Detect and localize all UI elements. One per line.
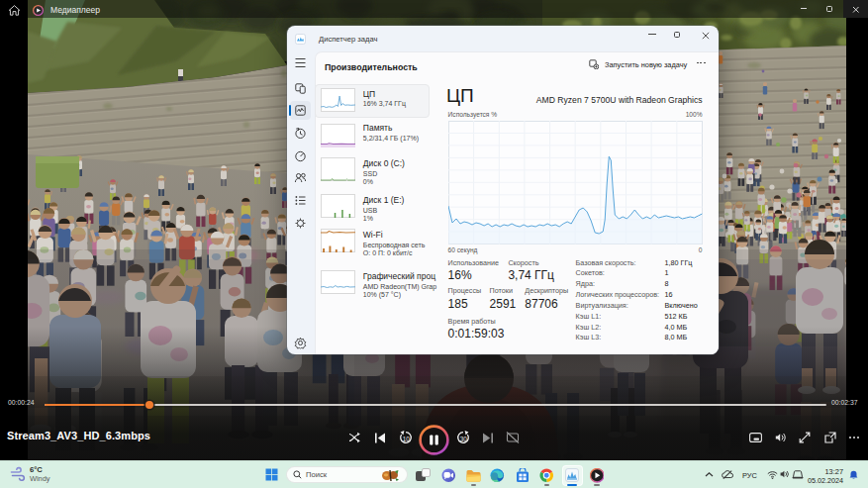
svg-text:30: 30 — [460, 435, 468, 441]
svg-text:10: 10 — [403, 435, 411, 441]
